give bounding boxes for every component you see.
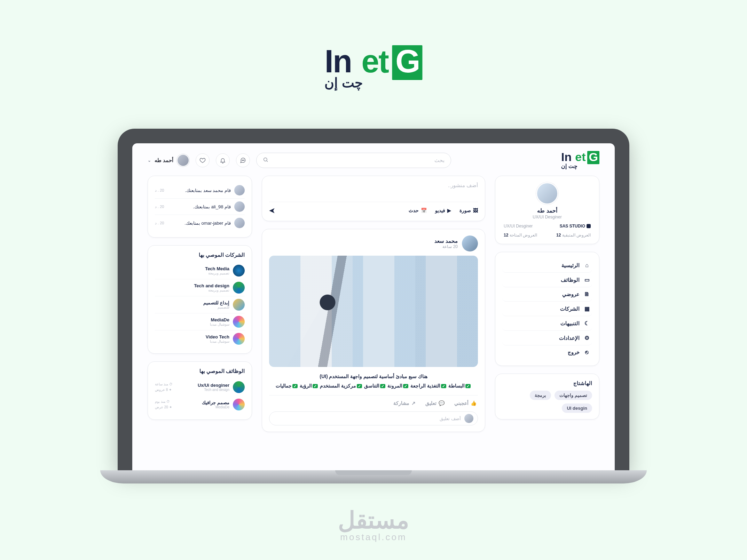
share-button[interactable]: ↗مشاركة [393, 400, 416, 406]
nav-companies[interactable]: ▦الشركات [502, 302, 592, 316]
image-icon: 🖼 [473, 208, 478, 213]
company-logo [233, 265, 245, 277]
hashtag-card: الهاشتاج تصميم واجهات برمجة UI desgin [495, 374, 599, 419]
svg-point-0 [264, 158, 267, 161]
chat-icon[interactable] [236, 153, 250, 167]
profile-name: أحمد طه [502, 207, 592, 214]
notif-avatar [234, 218, 245, 228]
comment-button[interactable]: 💬تعليق [425, 400, 445, 406]
profile-card: أحمد طه UX/UI Desginer SAS STUDIO UX/UI … [495, 176, 599, 244]
search-bar[interactable] [256, 153, 451, 168]
notif-row[interactable]: قام محمد سعد بمتابعتك.20 . د [155, 182, 245, 199]
user-name: أحمد طه [155, 157, 173, 163]
compose-image[interactable]: 🖼صورة [459, 208, 478, 213]
profile-avatar[interactable] [536, 182, 558, 205]
nav-logout[interactable]: ⎋خروج [502, 345, 592, 359]
app-logo[interactable]: Get In چت إن [561, 151, 599, 169]
profile-role: UX/UI Desginer [502, 215, 592, 219]
company-row[interactable]: MediaDeسوشيال ميديا [155, 313, 245, 330]
gear-icon: ⚙ [584, 335, 590, 341]
send-icon[interactable]: ➤ [269, 206, 275, 215]
nav-offers[interactable]: 🗎عروضي [502, 287, 592, 302]
app-screen: Get In چت إن [132, 143, 615, 470]
notif-row[interactable]: قام ali_98 بمتابعتك.20 . د [155, 199, 245, 215]
logout-icon: ⎋ [584, 349, 590, 355]
nav-alerts[interactable]: ☾التنبيهات [502, 316, 592, 331]
companies-title: الشركات الموصي بها [155, 252, 245, 258]
calendar-icon: 📅 [421, 208, 427, 213]
jobs-card: الوظائف الموصي بها Ux/Ui desginerTech an… [148, 361, 252, 420]
hero-et: et [361, 45, 388, 77]
building-icon: ▦ [584, 305, 590, 312]
svg-point-4 [244, 160, 244, 160]
job-row[interactable]: Ux/Ui desginerTech and design ⏱ منذ ساعة… [155, 378, 245, 396]
laptop-mockup: Get In چت إن [118, 129, 629, 483]
nav-jobs[interactable]: ▭الوظائف [502, 273, 592, 287]
search-input[interactable] [268, 157, 445, 163]
tag-item[interactable]: برمجة [530, 391, 551, 400]
job-logo [233, 381, 245, 393]
job-row[interactable]: مصمم جرافيكMediaDe ⏱ منذ يوم✦ 20 عرض [155, 396, 245, 413]
company-logo [233, 333, 245, 345]
company-row[interactable]: Tech and designتصميم وبرمجة [155, 279, 245, 296]
search-icon [263, 157, 268, 164]
chevron-down-icon: ⌄ [148, 158, 151, 163]
like-button[interactable]: 👍أعجبني [454, 400, 477, 406]
job-logo [233, 399, 245, 410]
notif-row[interactable]: قام omar-jaber بمتابعك.20 . د [155, 215, 245, 231]
post-author[interactable]: محمد سعد [434, 238, 458, 244]
compose-video[interactable]: ▶فيديو [435, 208, 451, 213]
briefcase-icon: ▭ [584, 277, 590, 283]
bell-icon[interactable] [216, 153, 230, 167]
comment-input[interactable] [274, 416, 461, 421]
compose-card: 🖼صورة ▶فيديو 📅حدث ➤ [262, 176, 485, 221]
left-sidebar: قام محمد سعد بمتابعتك.20 . د قام ali_98 … [148, 176, 252, 440]
heart-icon[interactable] [196, 153, 210, 167]
right-sidebar: أحمد طه UX/UI Desginer SAS STUDIO UX/UI … [495, 176, 599, 440]
bell-icon: ☾ [584, 320, 590, 327]
post-image[interactable] [269, 256, 478, 367]
svg-point-2 [242, 160, 243, 160]
feed: 🖼صورة ▶فيديو 📅حدث ➤ محمد سعد [262, 176, 485, 440]
company-row[interactable]: Video Techسوشيال ميديا [155, 330, 245, 347]
companies-card: الشركات الموصي بها Tech Mediaتصميم وبرمج… [148, 245, 252, 354]
nav-card: ⌂الرئيسية ▭الوظائف 🗎عروضي ▦الشركات ☾التن… [495, 252, 599, 366]
post-card: محمد سعد 20 ساعة هناك سبع مبادئ أساسية ل… [262, 229, 485, 432]
watermark: مستقل mostaql.com [338, 506, 409, 543]
share-icon: ↗ [411, 400, 416, 406]
notif-avatar [234, 201, 245, 212]
compose-input[interactable] [269, 182, 478, 196]
laptop-base [100, 470, 647, 483]
svg-point-3 [243, 160, 244, 160]
company-logo [233, 316, 245, 328]
nav-settings[interactable]: ⚙الإعدادات [502, 331, 592, 345]
watermark-ar: مستقل [338, 506, 409, 534]
tag-item[interactable]: تصميم واجهات [555, 391, 592, 400]
play-icon: ▶ [447, 208, 451, 213]
file-icon: 🗎 [584, 291, 590, 297]
topbar: Get In چت إن [132, 143, 615, 176]
company-row[interactable]: Tech Mediaتصميم وبرمجة [155, 262, 245, 279]
thumb-icon: 👍 [471, 400, 477, 406]
company-logo [233, 282, 245, 294]
comment-bar[interactable] [269, 411, 478, 425]
jobs-title: الوظائف الموصي بها [155, 368, 245, 374]
post-text: هناك سبع مبادئ أساسية لتصميم واجهة المست… [269, 372, 478, 390]
logo-g: G [587, 151, 599, 164]
nav-home[interactable]: ⌂الرئيسية [502, 258, 592, 273]
home-icon: ⌂ [584, 262, 590, 269]
comment-icon: 💬 [439, 400, 445, 406]
post-time: 20 ساعة [434, 244, 458, 249]
notifications-card: قام محمد سعد بمتابعتك.20 . د قام ali_98 … [148, 176, 252, 238]
post-avatar[interactable] [462, 235, 478, 251]
compose-event[interactable]: 📅حدث [409, 208, 427, 213]
hashtag-title: الهاشتاج [502, 380, 592, 386]
hero-in: In [324, 45, 352, 77]
tag-item[interactable]: UI desgin [562, 403, 592, 413]
avatar [177, 154, 189, 167]
comment-avatar [464, 414, 473, 423]
hero-logo: Get In چت إن [324, 45, 422, 90]
company-row[interactable]: إبداع للتصميمللتصميم [155, 296, 245, 313]
user-menu[interactable]: أحمد طه ⌄ [148, 154, 189, 167]
hero-g: G [392, 45, 423, 80]
